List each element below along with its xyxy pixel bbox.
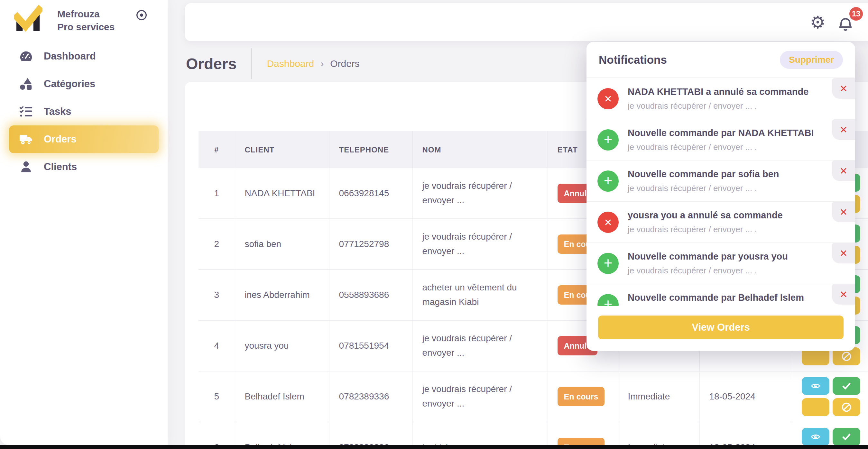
- notification-close-button[interactable]: ✕: [832, 243, 855, 263]
- notification-subtitle: je voudrais récupérer / envoyer ... .: [628, 183, 823, 193]
- brand: Mefrouza Pro services: [0, 0, 167, 39]
- breadcrumb-current: Orders: [330, 58, 360, 69]
- cell-date: 18-05-2024: [700, 371, 792, 422]
- heading-divider: [251, 48, 252, 79]
- notifications-panel: Notifications Supprimer ✕ NADA KHETTABI …: [587, 42, 855, 351]
- notification-title: Nouvelle commande par NADA KHETTABI: [628, 128, 823, 138]
- notifications-footer: View Orders: [587, 306, 855, 351]
- status-badge: En cours: [558, 387, 605, 406]
- user-icon: [19, 160, 33, 174]
- cell-num: 5: [198, 371, 235, 422]
- cell-client: yousra you: [235, 320, 329, 371]
- col-header-client: CLIENT: [235, 131, 329, 168]
- notification-title: NADA KHETTABI a annulé sa commande: [628, 87, 823, 97]
- page-heading: Orders Dashboard › Orders: [186, 48, 360, 79]
- cell-actions: [792, 371, 868, 422]
- cell-nom: acheter un vêtement du magasin Kiabi: [412, 269, 548, 320]
- screen-bottom-edge: [0, 445, 868, 449]
- cell-client: ines Abderrahim: [235, 269, 329, 320]
- checklist-icon: [19, 104, 33, 119]
- notification-item: + Nouvelle commande par sofia ben je vou…: [587, 160, 855, 202]
- col-header-telephone: TELEPHONE: [329, 131, 412, 168]
- gauge-icon: [19, 49, 33, 64]
- validate-order-button[interactable]: [833, 428, 860, 446]
- cell-client: sofia ben: [235, 219, 329, 269]
- clear-notifications-button[interactable]: Supprimer: [780, 51, 843, 69]
- app-window: # CLIENT TELEPHONE NOM ETAT 1 NADA KHETT…: [0, 0, 868, 449]
- page-title: Orders: [186, 55, 237, 73]
- sidebar-toggle-icon[interactable]: [135, 9, 148, 21]
- cell-nom: je voudrais récupérer / envoyer ...: [412, 168, 548, 219]
- notification-title: Nouvelle commande par Belhadef Islem: [628, 292, 823, 303]
- notification-close-button[interactable]: ✕: [832, 119, 855, 140]
- view-order-button[interactable]: [802, 377, 829, 395]
- sidebar-item-tasks[interactable]: Tasks: [9, 98, 159, 125]
- notification-close-button[interactable]: ✕: [832, 160, 855, 181]
- sidebar-item-label: Catégories: [44, 78, 95, 90]
- notification-subtitle: je voudrais récupérer / envoyer ... .: [628, 266, 823, 276]
- block-order-button[interactable]: [833, 398, 860, 416]
- cell-num: 1: [198, 168, 235, 219]
- sidebar-menu: Dashboard Catégories: [0, 42, 167, 181]
- notification-item: + Nouvelle commande par yousra you je vo…: [587, 243, 855, 284]
- notification-status-icon: +: [597, 253, 619, 274]
- block-icon: [841, 402, 852, 413]
- notification-title: yousra you a annulé sa commande: [628, 210, 823, 221]
- sidebar-item-label: Orders: [44, 133, 76, 145]
- breadcrumb-separator: ›: [320, 58, 324, 69]
- notifications-title: Notifications: [599, 54, 667, 66]
- validate-order-button[interactable]: [833, 377, 860, 395]
- notification-subtitle: je voudrais récupérer / envoyer ... .: [628, 101, 823, 111]
- notification-count-badge: 13: [849, 7, 863, 21]
- cell-nom: je voudrais récupérer / envoyer ...: [412, 371, 548, 422]
- truck-icon: [19, 132, 33, 147]
- view-order-button[interactable]: [802, 428, 829, 446]
- cell-nom: je voudrais récupérer / envoyer ...: [412, 219, 548, 269]
- sidebar-item-dashboard[interactable]: Dashboard: [9, 42, 159, 70]
- notification-title: Nouvelle commande par sofia ben: [628, 169, 823, 180]
- brand-logo-icon: [14, 4, 42, 33]
- sidebar-item-label: Tasks: [44, 106, 71, 118]
- view-orders-button[interactable]: View Orders: [598, 316, 843, 339]
- cell-client: Belhadef Islem: [235, 371, 329, 422]
- cell-nom: je voudrais récupérer / envoyer ...: [412, 320, 548, 371]
- row-action-buttons: [802, 377, 862, 416]
- notification-close-button[interactable]: ✕: [832, 284, 855, 304]
- notification-status-icon: ✕: [597, 212, 619, 233]
- sidebar-item-clients[interactable]: Clients: [9, 153, 159, 181]
- cell-num: 3: [198, 269, 235, 320]
- check-icon: [841, 381, 851, 391]
- shapes-icon: [19, 76, 33, 91]
- sidebar-item-categories[interactable]: Catégories: [9, 70, 159, 98]
- notification-subtitle: je voudrais récupérer / envoyer ... .: [628, 142, 823, 152]
- breadcrumb-dashboard-link[interactable]: Dashboard: [267, 58, 314, 69]
- notification-title: Nouvelle commande par yousra you: [628, 251, 823, 262]
- cell-num: 2: [198, 219, 235, 269]
- notification-status-icon: ✕: [597, 88, 619, 109]
- check-icon: [841, 431, 851, 442]
- notification-subtitle: je voudrais récupérer / envoyer ... .: [628, 224, 823, 234]
- cancel-order-button[interactable]: [802, 398, 829, 416]
- cell-client: NADA KHETTABI: [235, 168, 329, 219]
- topbar: ⚙ 13: [185, 3, 868, 41]
- notification-item: ✕ yousra you a annulé sa commande je vou…: [587, 202, 855, 243]
- cell-telephone: 0781551954: [329, 320, 412, 371]
- sidebar: Mefrouza Pro services Dashboard: [0, 0, 167, 445]
- sidebar-item-label: Clients: [44, 161, 77, 173]
- notification-status-icon: +: [597, 170, 619, 192]
- notification-status-icon: +: [597, 129, 619, 151]
- notification-close-button[interactable]: ✕: [832, 78, 855, 99]
- notification-close-button[interactable]: ✕: [832, 202, 855, 222]
- col-header-num: #: [198, 131, 235, 168]
- notifications-header: Notifications Supprimer: [587, 42, 855, 78]
- cell-telephone: 0558893686: [329, 269, 412, 320]
- cell-telephone: 0782389336: [329, 371, 412, 422]
- col-header-nom: NOM: [412, 131, 548, 168]
- cell-telephone: 0663928145: [329, 168, 412, 219]
- cell-telephone: 0771252798: [329, 219, 412, 269]
- settings-gear-icon[interactable]: ⚙: [810, 11, 826, 33]
- eye-icon: [810, 381, 822, 390]
- cell-etat: En cours: [548, 371, 618, 422]
- sidebar-item-orders[interactable]: Orders: [9, 125, 159, 153]
- notification-item: ✕ NADA KHETTABI a annulé sa commande je …: [587, 78, 855, 119]
